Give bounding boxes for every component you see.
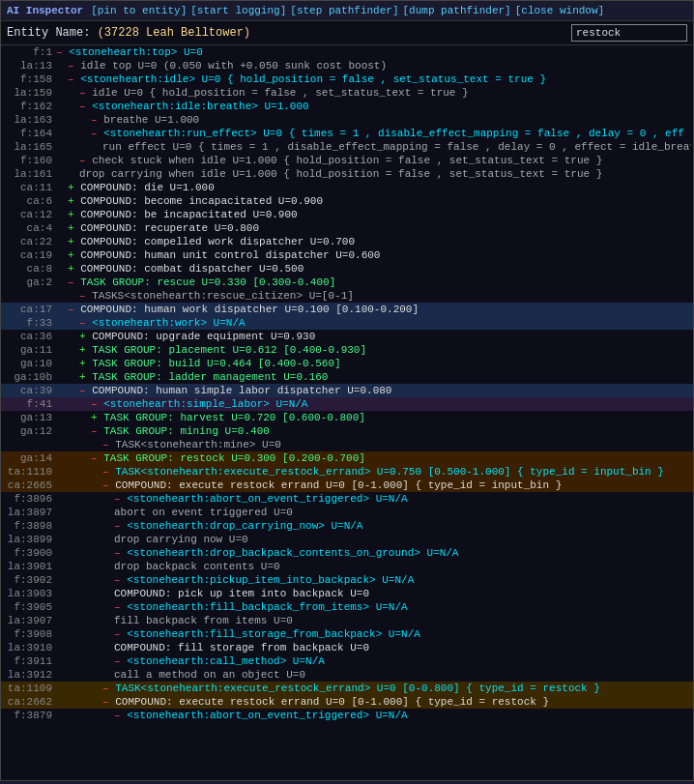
- row-prefix: –: [114, 574, 127, 586]
- row-prefix: +: [79, 331, 92, 342]
- list-item[interactable]: ga:10b+ TASK GROUP: ladder management U=…: [1, 370, 693, 384]
- list-item[interactable]: la:3903COMPOUND: pick up item into backp…: [1, 587, 693, 600]
- row-prefix: –: [91, 398, 103, 410]
- list-item[interactable]: la:3899drop carrying now U=0: [1, 533, 693, 546]
- row-content: – <stonehearth:call_method> U=N/A: [56, 654, 691, 668]
- row-id: ga:2: [3, 276, 56, 289]
- row-prefix: –: [102, 696, 115, 708]
- row-content: – <stonehearth:fill_backpack_from_items>…: [56, 600, 691, 614]
- row-prefix: –: [91, 452, 103, 464]
- list-item[interactable]: f:160– check stuck when idle U=1.000 { h…: [1, 154, 693, 167]
- list-item[interactable]: ca:4+ COMPOUND: recuperate U=0.800: [1, 221, 693, 235]
- row-prefix: –: [114, 547, 127, 559]
- list-item[interactable]: ca:19+ COMPOUND: human unit control disp…: [1, 248, 693, 262]
- row-id: ga:14: [3, 451, 56, 465]
- list-item[interactable]: la:163– breathe U=1.000: [1, 113, 693, 127]
- row-prefix: –: [79, 87, 92, 99]
- row-content: – TASKS<stonehearth:rescue_citizen> U=[0…: [56, 289, 691, 303]
- start-logging-button[interactable]: [start logging]: [190, 5, 286, 16]
- row-content: + COMPOUND: upgrade equipment U=0.930: [56, 330, 691, 343]
- list-item[interactable]: f:164– <stonehearth:run_effect> U=0 { ti…: [1, 127, 693, 140]
- row-content: – <stonehearth:pickup_item_into_backpack…: [56, 573, 691, 587]
- list-item[interactable]: ca:36+ COMPOUND: upgrade equipment U=0.9…: [1, 330, 693, 343]
- row-id: f:162: [3, 100, 56, 113]
- list-item[interactable]: ca:22+ COMPOUND: compelled work dispatch…: [1, 235, 693, 248]
- list-item[interactable]: ga:10+ TASK GROUP: build U=0.464 [0.400-…: [1, 357, 693, 370]
- row-id: ga:12: [3, 424, 56, 438]
- row-id: ca:2662: [3, 695, 56, 709]
- row-id: la:3897: [3, 506, 56, 519]
- row-content: fill backpack from items U=0: [56, 614, 691, 627]
- dump-pathfinder-button[interactable]: [dump pathfinder]: [403, 5, 511, 16]
- row-content: – <stonehearth:simple_labor> U=N/A: [56, 397, 691, 411]
- list-item[interactable]: f:158– <stonehearth:idle> U=0 { hold_pos…: [1, 73, 693, 86]
- list-item[interactable]: ga:14– TASK GROUP: restock U=0.300 [0.20…: [1, 451, 693, 465]
- pin-to-entity-button[interactable]: [pin to entity]: [91, 5, 187, 16]
- list-item[interactable]: la:159– idle U=0 { hold_position = false…: [1, 86, 693, 100]
- row-prefix: –: [56, 46, 69, 58]
- list-item[interactable]: la:13– idle top U=0 (0.050 with +0.050 s…: [1, 59, 693, 73]
- row-id: la:3910: [3, 641, 56, 654]
- list-item[interactable]: ca:39– COMPOUND: human simple labor disp…: [1, 384, 693, 397]
- row-content: – <stonehearth:abort_on_event_triggered>…: [56, 492, 691, 506]
- row-id: f:33: [3, 316, 56, 330]
- row-prefix: +: [68, 222, 80, 234]
- row-content: + TASK GROUP: placement U=0.612 [0.400-0…: [56, 343, 691, 357]
- list-item[interactable]: la:161drop carrying when idle U=1.000 { …: [1, 167, 693, 181]
- list-item[interactable]: ca:6+ COMPOUND: become incapacitated U=0…: [1, 194, 693, 208]
- list-item[interactable]: f:3905– <stonehearth:fill_backpack_from_…: [1, 600, 693, 614]
- list-item[interactable]: ga:12– TASK GROUP: mining U=0.400: [1, 424, 693, 438]
- row-id: f:3896: [3, 492, 56, 506]
- row-content: + COMPOUND: combat dispatcher U=0.500: [56, 262, 691, 276]
- list-item[interactable]: ca:2665– COMPOUND: execute restock erran…: [1, 479, 693, 492]
- search-input[interactable]: [571, 24, 687, 42]
- list-item[interactable]: f:33– <stonehearth:work> U=N/A: [1, 316, 693, 330]
- list-item[interactable]: f:3900– <stonehearth:drop_backpack_conte…: [1, 546, 693, 560]
- list-item[interactable]: ga:2– TASK GROUP: rescue U=0.330 [0.300-…: [1, 276, 693, 289]
- row-content: COMPOUND: fill storage from backpack U=0: [56, 641, 691, 654]
- row-prefix: –: [114, 493, 127, 505]
- list-item[interactable]: ca:17– COMPOUND: human work dispatcher U…: [1, 303, 693, 316]
- list-item[interactable]: – TASK<stonehearth:mine> U=0: [1, 438, 693, 451]
- list-item[interactable]: ca:2662– COMPOUND: execute restock erran…: [1, 695, 693, 709]
- list-item[interactable]: f:3911– <stonehearth:call_method> U=N/A: [1, 654, 693, 668]
- row-content: – <stonehearth:run_effect> U=0 { times =…: [56, 127, 691, 140]
- list-item[interactable]: la:3907fill backpack from items U=0: [1, 614, 693, 627]
- list-item[interactable]: la:3912call a method on an object U=0: [1, 668, 693, 682]
- list-item[interactable]: ca:11+ COMPOUND: die U=1.000: [1, 181, 693, 194]
- list-item[interactable]: ta:1110– TASK<stonehearth:execute_restoc…: [1, 465, 693, 479]
- row-content: drop carrying now U=0: [56, 533, 691, 546]
- list-item[interactable]: ga:11+ TASK GROUP: placement U=0.612 [0.…: [1, 343, 693, 357]
- row-id: la:3903: [3, 587, 56, 600]
- row-id: la:163: [3, 113, 56, 127]
- list-item[interactable]: – TASKS<stonehearth:rescue_citizen> U=[0…: [1, 289, 693, 303]
- row-prefix: –: [102, 682, 115, 694]
- list-item[interactable]: la:3910COMPOUND: fill storage from backp…: [1, 641, 693, 654]
- list-item[interactable]: ga:13+ TASK GROUP: harvest U=0.720 [0.60…: [1, 411, 693, 424]
- row-prefix: +: [79, 344, 92, 356]
- row-content: – <stonehearth:drop_carrying_now> U=N/A: [56, 519, 691, 533]
- row-id: ga:10: [3, 357, 56, 370]
- list-item[interactable]: ca:12+ COMPOUND: be incapacitated U=0.90…: [1, 208, 693, 221]
- list-item[interactable]: la:3897abort on event triggered U=0: [1, 506, 693, 519]
- list-item[interactable]: ca:8+ COMPOUND: combat dispatcher U=0.50…: [1, 262, 693, 276]
- list-item[interactable]: f:3896– <stonehearth:abort_on_event_trig…: [1, 492, 693, 506]
- list-item[interactable]: f:162– <stonehearth:idle:breathe> U=1.00…: [1, 100, 693, 113]
- list-item[interactable]: f:3898– <stonehearth:drop_carrying_now> …: [1, 519, 693, 533]
- row-id: ca:19: [3, 248, 56, 262]
- list-item[interactable]: f:3902– <stonehearth:pickup_item_into_ba…: [1, 573, 693, 587]
- row-id: f:41: [3, 397, 56, 411]
- list-item[interactable]: la:3901drop backpack contents U=0: [1, 560, 693, 573]
- row-prefix: +: [79, 371, 92, 383]
- list-item[interactable]: f:3879– <stonehearth:abort_on_event_trig…: [1, 709, 693, 722]
- log-area[interactable]: f:1– <stonehearth:top> U=0la:13– idle to…: [1, 45, 693, 780]
- row-id: f:1: [3, 45, 56, 59]
- list-item[interactable]: f:1– <stonehearth:top> U=0: [1, 45, 693, 59]
- list-item[interactable]: f:41– <stonehearth:simple_labor> U=N/A: [1, 397, 693, 411]
- list-item[interactable]: f:3908– <stonehearth:fill_storage_from_b…: [1, 627, 693, 641]
- row-prefix: +: [79, 358, 92, 369]
- close-window-button[interactable]: [close window]: [515, 5, 604, 16]
- list-item[interactable]: la:165run effect U=0 { times = 1 , disab…: [1, 140, 693, 154]
- step-pathfinder-button[interactable]: [step pathfinder]: [290, 5, 398, 16]
- list-item[interactable]: ta:1109– TASK<stonehearth:execute_restoc…: [1, 682, 693, 695]
